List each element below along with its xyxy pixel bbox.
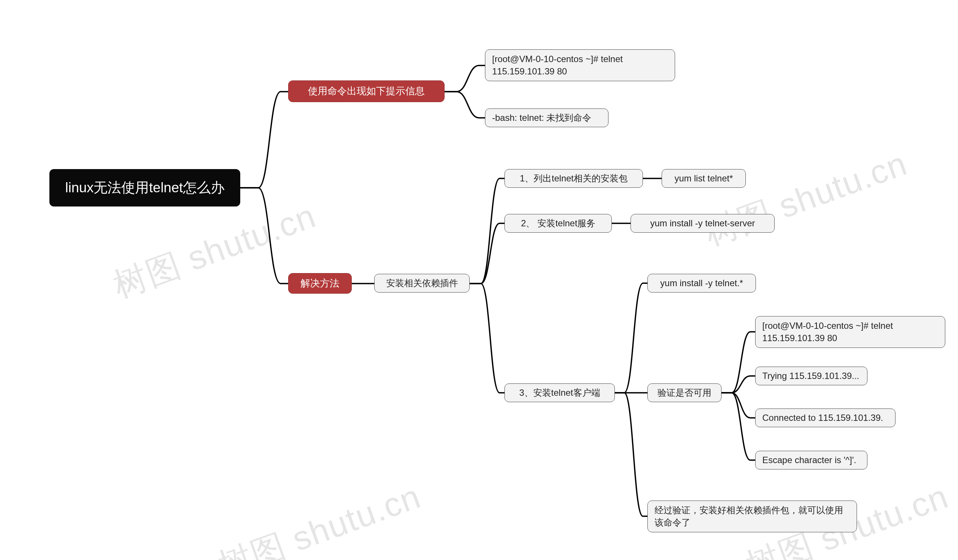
verify-label[interactable]: 验证是否可用 (647, 383, 722, 402)
install-deps[interactable]: 安装相关依赖插件 (374, 274, 469, 293)
error-output-2[interactable]: -bash: telnet: 未找到命令 (485, 109, 609, 127)
conclusion[interactable]: 经过验证，安装好相关依赖插件包，就可以使用该命令了 (647, 500, 857, 532)
step-3-label[interactable]: 3、安装telnet客户端 (504, 383, 615, 402)
branch-solution-title[interactable]: 解决方法 (288, 273, 352, 294)
branch-error-title[interactable]: 使用命令出现如下提示信息 (288, 81, 444, 102)
connector-layer (0, 0, 958, 560)
verify-line-4[interactable]: Escape character is '^]'. (755, 451, 868, 470)
watermark: 树图 shutu.cn (212, 474, 427, 560)
step-2-cmd[interactable]: yum install -y telnet-server (631, 214, 775, 233)
verify-line-3[interactable]: Connected to 115.159.101.39. (755, 408, 896, 427)
step-1-label[interactable]: 1、列出telnet相关的安装包 (504, 169, 643, 188)
verify-line-1[interactable]: [root@VM-0-10-centos ~]# telnet 115.159.… (755, 316, 945, 348)
watermark: 树图 shutu.cn (698, 141, 914, 256)
step-3-cmd[interactable]: yum install -y telnet.* (647, 274, 756, 293)
verify-line-2[interactable]: Trying 115.159.101.39... (755, 367, 868, 385)
error-output-1[interactable]: [root@VM-0-10-centos ~]# telnet 115.159.… (485, 49, 675, 81)
step-1-cmd[interactable]: yum list telnet* (661, 169, 746, 188)
step-2-label[interactable]: 2、 安装telnet服务 (504, 214, 612, 233)
root-node[interactable]: linux无法使用telnet怎么办 (49, 169, 240, 207)
